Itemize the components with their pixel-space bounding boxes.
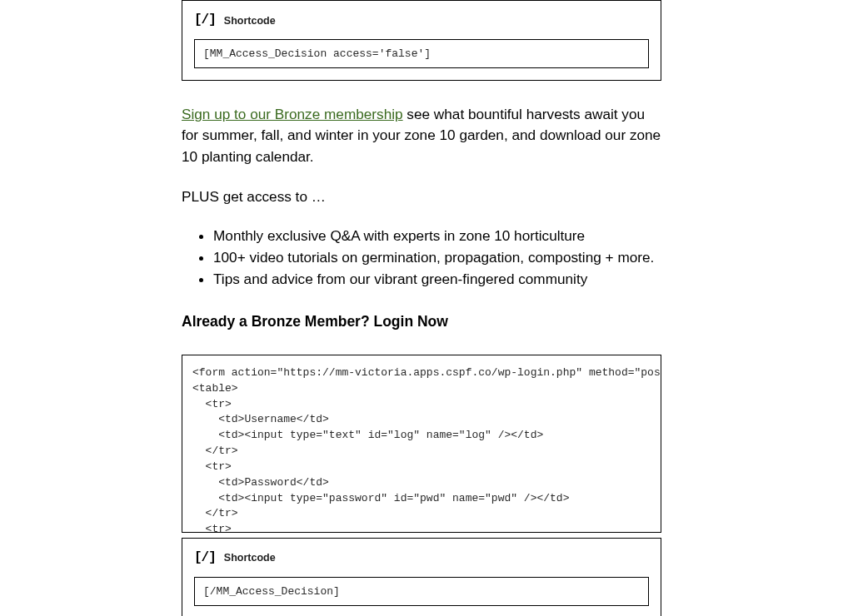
- login-heading: Already a Bronze Member? Login Now: [182, 311, 661, 333]
- list-item: Monthly exclusive Q&A with experts in zo…: [213, 225, 661, 246]
- html-code-block[interactable]: <form action="https://mm-victoria.apps.c…: [182, 355, 661, 533]
- feature-list: Monthly exclusive Q&A with experts in zo…: [182, 225, 661, 290]
- signup-paragraph: Sign up to our Bronze membership see wha…: [182, 104, 661, 168]
- shortcode-icon: [/]: [194, 549, 216, 569]
- list-item: Tips and advice from our vibrant green-f…: [213, 268, 661, 290]
- signup-link[interactable]: Sign up to our Bronze membership: [182, 106, 403, 122]
- shortcode-label: Shortcode: [224, 550, 276, 566]
- shortcode-header: [/] Shortcode: [194, 549, 649, 569]
- shortcode-icon: [/]: [194, 11, 216, 31]
- shortcode-label: Shortcode: [224, 13, 276, 29]
- shortcode-input[interactable]: [194, 39, 649, 68]
- shortcode-header: [/] Shortcode: [194, 11, 649, 31]
- shortcode-input[interactable]: [194, 577, 649, 606]
- shortcode-block: [/] Shortcode: [182, 538, 661, 616]
- shortcode-block: [/] Shortcode: [182, 0, 661, 81]
- plus-paragraph: PLUS get access to …: [182, 186, 661, 207]
- list-item: 100+ video tutorials on germination, pro…: [213, 246, 661, 268]
